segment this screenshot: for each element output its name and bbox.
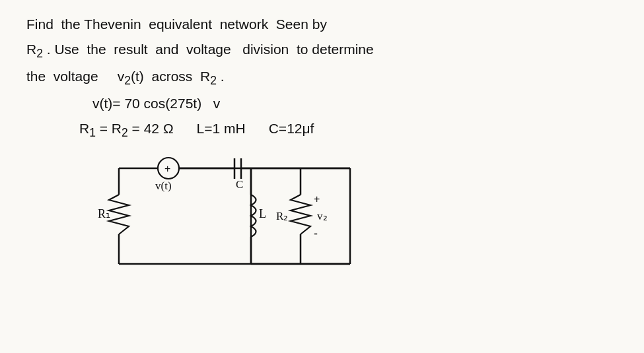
minus-label: - xyxy=(314,227,318,240)
page: Find the Thevenin equivalent network See… xyxy=(0,0,644,353)
line-3: the voltage v2(t) across R2 . xyxy=(26,65,618,90)
r1-label: R₁ xyxy=(98,207,110,220)
svg-text:+: + xyxy=(164,163,170,174)
circuit-svg: R₁ + v(t) C xyxy=(66,148,396,287)
line-4: v(t)= 70 cos(275t) v xyxy=(92,92,618,115)
plus-label: + xyxy=(314,193,320,205)
line-1: Find the Thevenin equivalent network See… xyxy=(26,13,618,36)
inductor-label: L xyxy=(259,207,266,220)
r2-label: R₂ xyxy=(276,210,288,222)
v2-label: v₂ xyxy=(317,210,328,222)
circuit-diagram: R₁ + v(t) C xyxy=(66,148,396,287)
capacitor-label: C xyxy=(236,178,243,191)
line-2: R2 . Use the result and voltage division… xyxy=(26,38,618,63)
line-5: R1 = R2 = 42 Ω L=1 mH C=12μf xyxy=(79,117,618,142)
vsource-label: v(t) xyxy=(155,179,172,192)
r2-symbol xyxy=(291,195,310,234)
problem-text: Find the Thevenin equivalent network See… xyxy=(26,13,618,142)
